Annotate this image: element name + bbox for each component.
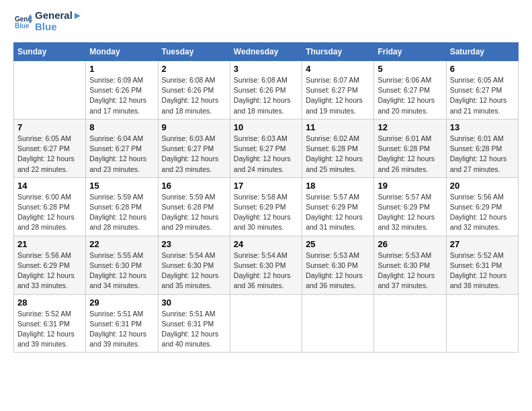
day-number: 7 bbox=[17, 122, 82, 132]
day-info: Sunrise: 5:56 AMSunset: 6:29 PMDaylight:… bbox=[450, 192, 515, 233]
day-number: 18 bbox=[306, 181, 370, 191]
calendar-cell: 5Sunrise: 6:06 AMSunset: 6:27 PMDaylight… bbox=[374, 61, 446, 120]
calendar-cell: 27Sunrise: 5:52 AMSunset: 6:31 PMDayligh… bbox=[446, 236, 518, 294]
calendar-cell: 8Sunrise: 6:04 AMSunset: 6:27 PMDaylight… bbox=[86, 119, 158, 177]
day-info: Sunrise: 5:54 AMSunset: 6:30 PMDaylight:… bbox=[162, 250, 226, 291]
calendar-cell: 13Sunrise: 6:01 AMSunset: 6:28 PMDayligh… bbox=[446, 119, 518, 177]
calendar-cell: 24Sunrise: 5:54 AMSunset: 6:30 PMDayligh… bbox=[230, 236, 302, 294]
day-info: Sunrise: 6:08 AMSunset: 6:26 PMDaylight:… bbox=[234, 75, 298, 116]
day-info: Sunrise: 6:01 AMSunset: 6:28 PMDaylight:… bbox=[450, 134, 515, 175]
calendar-body: 1Sunrise: 6:09 AMSunset: 6:26 PMDaylight… bbox=[14, 61, 519, 353]
calendar-cell bbox=[302, 294, 374, 353]
day-number: 27 bbox=[450, 239, 515, 249]
calendar-cell bbox=[14, 61, 86, 120]
day-info: Sunrise: 6:07 AMSunset: 6:27 PMDaylight:… bbox=[306, 75, 370, 116]
day-number: 5 bbox=[378, 64, 442, 74]
calendar-cell: 23Sunrise: 5:54 AMSunset: 6:30 PMDayligh… bbox=[158, 236, 230, 294]
day-number: 13 bbox=[450, 122, 515, 132]
calendar-cell: 3Sunrise: 6:08 AMSunset: 6:26 PMDaylight… bbox=[230, 61, 302, 120]
calendar-cell: 11Sunrise: 6:02 AMSunset: 6:28 PMDayligh… bbox=[302, 119, 374, 177]
day-number: 8 bbox=[89, 122, 154, 132]
calendar-cell: 20Sunrise: 5:56 AMSunset: 6:29 PMDayligh… bbox=[446, 177, 518, 236]
week-row-4: 21Sunrise: 5:56 AMSunset: 6:29 PMDayligh… bbox=[14, 236, 519, 294]
day-info: Sunrise: 5:55 AMSunset: 6:30 PMDaylight:… bbox=[89, 250, 154, 291]
week-row-5: 28Sunrise: 5:52 AMSunset: 6:31 PMDayligh… bbox=[14, 294, 519, 353]
calendar-cell: 10Sunrise: 6:03 AMSunset: 6:27 PMDayligh… bbox=[230, 119, 302, 177]
day-number: 14 bbox=[17, 181, 82, 191]
day-number: 26 bbox=[378, 239, 442, 249]
day-info: Sunrise: 5:51 AMSunset: 6:31 PMDaylight:… bbox=[89, 309, 154, 350]
day-info: Sunrise: 6:05 AMSunset: 6:27 PMDaylight:… bbox=[450, 75, 515, 116]
day-info: Sunrise: 6:09 AMSunset: 6:26 PMDaylight:… bbox=[89, 75, 154, 116]
calendar-cell: 26Sunrise: 5:53 AMSunset: 6:30 PMDayligh… bbox=[374, 236, 446, 294]
day-number: 4 bbox=[306, 64, 370, 74]
day-number: 17 bbox=[234, 181, 298, 191]
day-number: 21 bbox=[17, 239, 82, 249]
calendar-header: SundayMondayTuesdayWednesdayThursdayFrid… bbox=[14, 43, 519, 61]
calendar-cell: 19Sunrise: 5:57 AMSunset: 6:29 PMDayligh… bbox=[374, 177, 446, 236]
calendar-cell: 14Sunrise: 6:00 AMSunset: 6:28 PMDayligh… bbox=[14, 177, 86, 236]
day-number: 23 bbox=[162, 239, 226, 249]
calendar-cell: 12Sunrise: 6:01 AMSunset: 6:28 PMDayligh… bbox=[374, 119, 446, 177]
calendar-cell: 4Sunrise: 6:07 AMSunset: 6:27 PMDaylight… bbox=[302, 61, 374, 120]
day-info: Sunrise: 5:54 AMSunset: 6:30 PMDaylight:… bbox=[234, 250, 298, 291]
day-info: Sunrise: 5:52 AMSunset: 6:31 PMDaylight:… bbox=[450, 250, 515, 291]
day-number: 30 bbox=[162, 298, 226, 308]
calendar-cell: 9Sunrise: 6:03 AMSunset: 6:27 PMDaylight… bbox=[158, 119, 230, 177]
day-info: Sunrise: 6:05 AMSunset: 6:27 PMDaylight:… bbox=[17, 134, 82, 175]
day-number: 16 bbox=[162, 181, 226, 191]
day-number: 11 bbox=[306, 122, 370, 132]
calendar-cell: 21Sunrise: 5:56 AMSunset: 6:29 PMDayligh… bbox=[14, 236, 86, 294]
column-header-monday: Monday bbox=[86, 43, 158, 61]
calendar-cell: 2Sunrise: 6:08 AMSunset: 6:26 PMDaylight… bbox=[158, 61, 230, 120]
week-row-3: 14Sunrise: 6:00 AMSunset: 6:28 PMDayligh… bbox=[14, 177, 519, 236]
day-info: Sunrise: 6:04 AMSunset: 6:27 PMDaylight:… bbox=[89, 134, 154, 175]
day-number: 22 bbox=[89, 239, 154, 249]
calendar-cell: 28Sunrise: 5:52 AMSunset: 6:31 PMDayligh… bbox=[14, 294, 86, 353]
svg-text:Blue: Blue bbox=[15, 22, 30, 30]
day-number: 6 bbox=[450, 64, 515, 74]
calendar-cell: 1Sunrise: 6:09 AMSunset: 6:26 PMDaylight… bbox=[86, 61, 158, 120]
day-number: 15 bbox=[89, 181, 154, 191]
calendar-cell: 22Sunrise: 5:55 AMSunset: 6:30 PMDayligh… bbox=[86, 236, 158, 294]
calendar-cell bbox=[230, 294, 302, 353]
day-info: Sunrise: 5:59 AMSunset: 6:28 PMDaylight:… bbox=[162, 192, 226, 233]
calendar-cell: 29Sunrise: 5:51 AMSunset: 6:31 PMDayligh… bbox=[86, 294, 158, 353]
header-row: SundayMondayTuesdayWednesdayThursdayFrid… bbox=[14, 43, 519, 61]
calendar-cell bbox=[374, 294, 446, 353]
day-number: 28 bbox=[17, 298, 82, 308]
day-info: Sunrise: 6:02 AMSunset: 6:28 PMDaylight:… bbox=[306, 134, 370, 175]
calendar-cell: 7Sunrise: 6:05 AMSunset: 6:27 PMDaylight… bbox=[14, 119, 86, 177]
column-header-tuesday: Tuesday bbox=[158, 43, 230, 61]
day-info: Sunrise: 6:03 AMSunset: 6:27 PMDaylight:… bbox=[234, 134, 298, 175]
column-header-sunday: Sunday bbox=[14, 43, 86, 61]
day-info: Sunrise: 5:53 AMSunset: 6:30 PMDaylight:… bbox=[378, 250, 442, 291]
day-number: 10 bbox=[234, 122, 298, 132]
calendar-cell bbox=[446, 294, 518, 353]
calendar-cell: 30Sunrise: 5:51 AMSunset: 6:31 PMDayligh… bbox=[158, 294, 230, 353]
top-row: General Blue General► Blue bbox=[13, 10, 519, 36]
calendar-cell: 25Sunrise: 5:53 AMSunset: 6:30 PMDayligh… bbox=[302, 236, 374, 294]
calendar-table: SundayMondayTuesdayWednesdayThursdayFrid… bbox=[13, 42, 519, 353]
page-container: General Blue General► Blue SundayMondayT… bbox=[0, 0, 532, 363]
day-number: 20 bbox=[450, 181, 515, 191]
day-info: Sunrise: 6:00 AMSunset: 6:28 PMDaylight:… bbox=[17, 192, 82, 233]
day-info: Sunrise: 5:57 AMSunset: 6:29 PMDaylight:… bbox=[378, 192, 442, 233]
logo: General Blue General► Blue bbox=[13, 10, 83, 32]
calendar-cell: 18Sunrise: 5:57 AMSunset: 6:29 PMDayligh… bbox=[302, 177, 374, 236]
day-info: Sunrise: 5:56 AMSunset: 6:29 PMDaylight:… bbox=[17, 250, 82, 291]
day-number: 25 bbox=[306, 239, 370, 249]
day-info: Sunrise: 5:58 AMSunset: 6:29 PMDaylight:… bbox=[234, 192, 298, 233]
day-number: 12 bbox=[378, 122, 442, 132]
day-info: Sunrise: 5:59 AMSunset: 6:28 PMDaylight:… bbox=[89, 192, 154, 233]
day-number: 2 bbox=[162, 64, 226, 74]
day-info: Sunrise: 6:06 AMSunset: 6:27 PMDaylight:… bbox=[378, 75, 442, 116]
column-header-thursday: Thursday bbox=[302, 43, 374, 61]
day-number: 24 bbox=[234, 239, 298, 249]
day-info: Sunrise: 5:51 AMSunset: 6:31 PMDaylight:… bbox=[162, 309, 226, 350]
day-number: 1 bbox=[89, 64, 154, 74]
day-number: 19 bbox=[378, 181, 442, 191]
day-info: Sunrise: 6:03 AMSunset: 6:27 PMDaylight:… bbox=[162, 134, 226, 175]
calendar-cell: 17Sunrise: 5:58 AMSunset: 6:29 PMDayligh… bbox=[230, 177, 302, 236]
calendar-cell: 15Sunrise: 5:59 AMSunset: 6:28 PMDayligh… bbox=[86, 177, 158, 236]
